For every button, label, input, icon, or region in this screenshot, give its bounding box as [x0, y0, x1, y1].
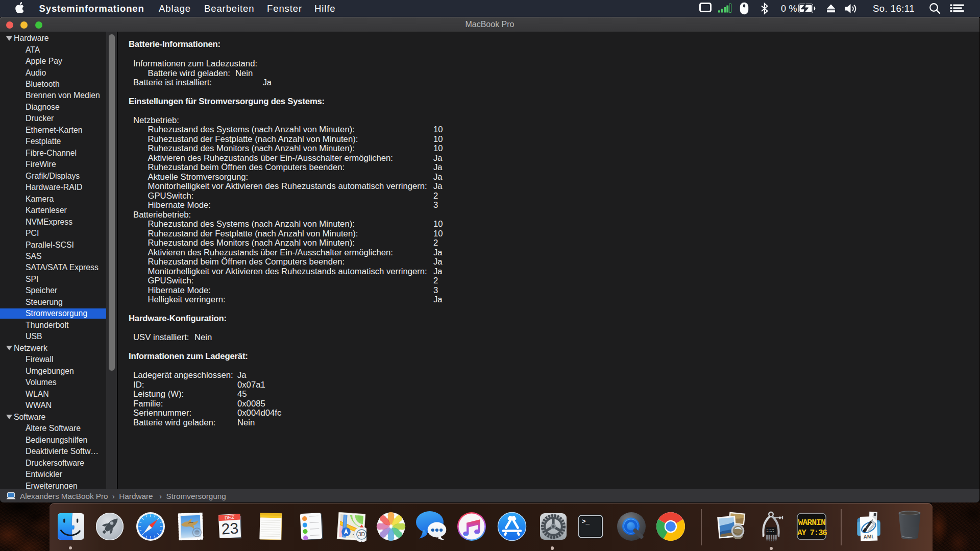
svg-text:AML: AML	[864, 534, 875, 540]
svg-text:>_: >_	[582, 518, 590, 525]
svg-text:23: 23	[221, 519, 239, 537]
svg-text:AY 7:36: AY 7:36	[797, 529, 827, 538]
svg-text:RN-MCE-E: RN-MCE-E	[767, 531, 774, 533]
svg-text:E-ICM-9B: E-ICM-9B	[767, 529, 774, 531]
svg-text:3D: 3D	[358, 531, 365, 537]
svg-text:WARNIN: WARNIN	[798, 518, 826, 528]
